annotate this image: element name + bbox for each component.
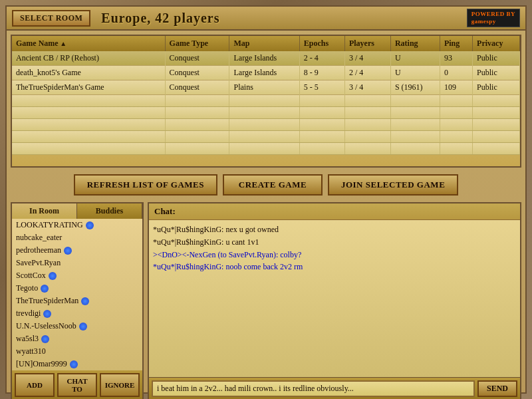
list-item[interactable]: wyatt310 bbox=[12, 345, 142, 358]
chat-message: ><DnO><-NexGen (to SavePvt.Ryan): colby? bbox=[153, 249, 516, 261]
gamespy-logo: POWERED BY gamespy bbox=[467, 9, 520, 27]
player-icon bbox=[79, 323, 87, 331]
list-item[interactable]: LOOKATYRATING bbox=[12, 219, 142, 231]
list-item[interactable]: pedrotheeman bbox=[12, 244, 142, 257]
cell-privacy: Public bbox=[473, 80, 520, 95]
col-players[interactable]: Players bbox=[344, 36, 390, 51]
empty-row bbox=[12, 131, 520, 143]
col-privacy[interactable]: Privacy bbox=[473, 36, 520, 51]
list-item[interactable]: U.N.-UselessNoob bbox=[12, 320, 142, 332]
refresh-button[interactable]: Refresh List of Games bbox=[74, 174, 217, 196]
table-row[interactable]: TheTrueSpiderMan's Game Conquest Plains … bbox=[12, 80, 520, 95]
player-icon bbox=[49, 272, 57, 280]
table-row[interactable]: death_knot5's Game Conquest Large Island… bbox=[12, 66, 520, 80]
player-name: U.N.-UselessNoob bbox=[16, 321, 76, 331]
add-button[interactable]: Add bbox=[15, 373, 55, 397]
cell-rating: U bbox=[390, 51, 440, 66]
player-name: nubcake_eater bbox=[16, 233, 62, 243]
players-list: LOOKATYRATINGnubcake_eaterpedrotheemanSa… bbox=[12, 219, 142, 370]
player-name: SavePvt.Ryan bbox=[16, 258, 61, 268]
table-row[interactable]: Ancient CB / RP (Rehost) Conquest Large … bbox=[12, 51, 520, 66]
page-title: Europe, 42 players bbox=[101, 11, 219, 26]
cell-ping: 0 bbox=[440, 66, 472, 80]
cell-map: Plains bbox=[229, 80, 299, 95]
player-name: [UN]Omar9999 bbox=[16, 359, 67, 369]
list-item[interactable]: [UN]Omar9999 bbox=[12, 358, 142, 370]
tab-in-room[interactable]: In Room bbox=[12, 203, 77, 219]
empty-row bbox=[12, 119, 520, 131]
player-name: TheTrueSpiderMan bbox=[16, 296, 78, 306]
cell-epochs: 2 - 4 bbox=[299, 51, 344, 66]
header: Select Room Europe, 42 players POWERED B… bbox=[7, 7, 525, 31]
list-item[interactable]: SavePvt.Ryan bbox=[12, 257, 142, 269]
cell-type: Conquest bbox=[165, 51, 229, 66]
cell-privacy: Public bbox=[473, 66, 520, 80]
cell-players: 2 / 4 bbox=[344, 66, 390, 80]
cell-rating: S (1961) bbox=[390, 80, 440, 95]
cell-epochs: 5 - 5 bbox=[299, 80, 344, 95]
send-button[interactable]: Send bbox=[477, 380, 517, 397]
cell-rating: U bbox=[390, 66, 440, 80]
select-room-button[interactable]: Select Room bbox=[12, 10, 90, 27]
cell-map: Large Islands bbox=[229, 51, 299, 66]
player-name: Tegoto bbox=[16, 283, 38, 293]
col-game-type[interactable]: Game Type bbox=[165, 36, 229, 51]
player-icon bbox=[64, 247, 72, 255]
ignore-button[interactable]: Ignore bbox=[100, 373, 140, 397]
player-icon bbox=[41, 285, 49, 293]
cell-players: 3 / 4 bbox=[344, 51, 390, 66]
tab-buddies[interactable]: Buddies bbox=[77, 203, 142, 219]
create-game-button[interactable]: Create Game bbox=[223, 174, 323, 196]
empty-row bbox=[12, 143, 520, 155]
player-name: LOOKATYRATING bbox=[16, 220, 83, 230]
chat-panel: Chat: *uQu*|Ru$hingKinG: nex u got owned… bbox=[148, 202, 521, 399]
cell-type: Conquest bbox=[165, 66, 229, 80]
cell-privacy: Public bbox=[473, 51, 520, 66]
cell-name: Ancient CB / RP (Rehost) bbox=[12, 51, 165, 66]
chat-to-button[interactable]: Chat to bbox=[57, 373, 97, 397]
player-name: ScottCox bbox=[16, 271, 46, 281]
col-map[interactable]: Map bbox=[229, 36, 299, 51]
cell-map: Large Islands bbox=[229, 66, 299, 80]
game-table: Game Name Game Type Map Epochs Players R… bbox=[12, 36, 520, 155]
player-name: pedrotheeman bbox=[16, 245, 61, 255]
col-ping[interactable]: Ping bbox=[440, 36, 472, 51]
list-item[interactable]: wa5sl3 bbox=[12, 332, 142, 345]
cell-ping: 109 bbox=[440, 80, 472, 95]
empty-row bbox=[12, 107, 520, 119]
main-content: Game Name Game Type Map Epochs Players R… bbox=[7, 31, 525, 399]
list-item[interactable]: trevdigi bbox=[12, 307, 142, 320]
players-panel: In Room Buddies LOOKATYRATINGnubcake_eat… bbox=[11, 202, 144, 399]
player-name: wyatt310 bbox=[16, 346, 46, 356]
empty-row bbox=[12, 95, 520, 107]
col-rating[interactable]: Rating bbox=[390, 36, 440, 51]
chat-message: *uQu*|Ru$hingKinG: nex u got owned bbox=[153, 224, 516, 235]
player-action-buttons: Add Chat to Ignore bbox=[12, 370, 142, 399]
col-epochs[interactable]: Epochs bbox=[299, 36, 344, 51]
cell-name: death_knot5's Game bbox=[12, 66, 165, 80]
list-item[interactable]: Tegoto bbox=[12, 282, 142, 295]
player-name: wa5sl3 bbox=[16, 334, 39, 344]
col-game-name[interactable]: Game Name bbox=[12, 36, 165, 51]
player-name: trevdigi bbox=[16, 309, 41, 319]
list-item[interactable]: TheTrueSpiderMan bbox=[12, 295, 142, 307]
cell-name: TheTrueSpiderMan's Game bbox=[12, 80, 165, 95]
player-icon bbox=[86, 221, 94, 229]
list-item[interactable]: ScottCox bbox=[12, 269, 142, 282]
chat-input[interactable] bbox=[152, 380, 475, 397]
chat-input-row: Send bbox=[149, 377, 520, 399]
list-item[interactable]: nubcake_eater bbox=[12, 231, 142, 244]
cell-type: Conquest bbox=[165, 80, 229, 95]
bottom-section: In Room Buddies LOOKATYRATINGnubcake_eat… bbox=[11, 202, 521, 399]
join-game-button[interactable]: Join Selected Game bbox=[328, 174, 458, 196]
player-icon bbox=[41, 335, 49, 343]
action-buttons-row: Refresh List of Games Create Game Join S… bbox=[11, 170, 521, 200]
game-table-container: Game Name Game Type Map Epochs Players R… bbox=[11, 35, 521, 168]
chat-messages: *uQu*|Ru$hingKinG: nex u got owned*uQu*|… bbox=[149, 220, 520, 377]
chat-label: Chat: bbox=[149, 203, 520, 220]
chat-message: *uQu*|Ru$hingKinG: u cant 1v1 bbox=[153, 237, 516, 248]
player-icon bbox=[43, 310, 51, 318]
players-tabs: In Room Buddies bbox=[12, 203, 142, 219]
cell-players: 3 / 4 bbox=[344, 80, 390, 95]
player-icon bbox=[70, 360, 78, 368]
